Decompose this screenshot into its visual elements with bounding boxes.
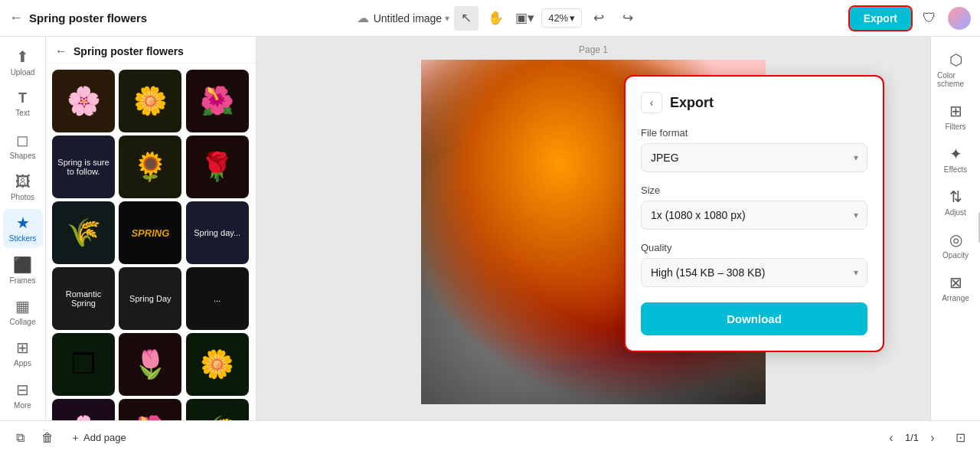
zoom-control[interactable]: 42% ▾	[541, 8, 582, 28]
sticker-cell[interactable]: 🌾	[52, 201, 115, 264]
sticker-cell[interactable]: Spring Day	[119, 267, 181, 330]
size-label: Size	[641, 185, 867, 196]
export-panel-back-button[interactable]: ‹	[641, 92, 662, 113]
flower-sticker: 🌾	[67, 217, 101, 249]
text-sticker: Spring day...	[191, 225, 243, 240]
sidebar-item-label: Shapes	[10, 152, 36, 160]
sidebar-item-more[interactable]: ⊟ More	[3, 376, 43, 414]
stickers-panel: ← Spring poster flowers 🌸🌼🌺Spring is sur…	[46, 37, 256, 420]
sidebar-item-shapes[interactable]: ◻ Shapes	[3, 126, 43, 165]
panel-back-icon[interactable]: ←	[55, 44, 67, 58]
redo-button[interactable]: ↪	[616, 6, 640, 31]
back-button[interactable]: ←	[9, 10, 23, 26]
sidebar-item-label: More	[14, 401, 31, 410]
flower-sticker: 🌹	[200, 151, 234, 183]
right-tool-adjust[interactable]: ⇅ Adjust	[934, 183, 977, 221]
sidebar-item-collage[interactable]: ▦ Collage	[3, 292, 43, 331]
flower-sticker: 🌺	[200, 85, 234, 117]
export-panel-header: ‹ Export	[641, 92, 867, 113]
quality-select[interactable]: High (154 KB – 308 KB) Medium (80 KB – 1…	[641, 258, 867, 287]
sticker-cell[interactable]: 🌺	[119, 399, 181, 420]
frame-tool-button[interactable]: ▣ ▾	[512, 6, 537, 31]
sidebar-item-label: Photos	[11, 193, 34, 201]
right-tool-label: Opacity	[942, 251, 969, 260]
hand-tool-icon: ✋	[488, 10, 504, 26]
doc-title: Untitled image	[374, 12, 443, 24]
fit-page-button[interactable]: ⊡	[949, 427, 971, 449]
file-format-select[interactable]: JPEG PNG PDF SVG	[641, 143, 867, 172]
right-tool-arrange[interactable]: ⊠ Arrange	[934, 269, 977, 307]
export-panel-title: Export	[670, 95, 714, 111]
shield-button[interactable]: 🛡	[917, 6, 942, 31]
sidebar-item-apps[interactable]: ⊞ Apps	[3, 334, 43, 372]
page-prev-button[interactable]: ‹	[880, 427, 902, 449]
adjust-icon: ⇅	[949, 188, 962, 206]
sticker-cell[interactable]: Spring day...	[186, 201, 249, 264]
panel-title: Spring poster flowers	[74, 45, 184, 57]
sidebar-item-photos[interactable]: 🖼 Photos	[3, 168, 43, 206]
download-button[interactable]: Download	[641, 302, 867, 335]
hand-tool-button[interactable]: ✋	[483, 6, 508, 31]
add-page-icon: ＋	[70, 431, 80, 445]
avatar[interactable]	[948, 7, 971, 30]
sticker-cell[interactable]: Romantic Spring	[52, 267, 115, 330]
page-next-button[interactable]: ›	[922, 427, 943, 449]
add-page-label: Add page	[83, 432, 126, 443]
flower-sticker: 🌻	[133, 151, 168, 183]
add-page-button[interactable]: ＋ Add page	[64, 428, 132, 448]
arrange-icon: ⊠	[949, 273, 962, 292]
sticker-cell[interactable]: 🌷	[119, 333, 181, 396]
page-counter: 1/1	[905, 432, 919, 443]
sidebar-item-stickers[interactable]: ★ Stickers	[3, 209, 43, 247]
export-button[interactable]: Export	[850, 7, 911, 30]
sticker-cell[interactable]: 🌻	[119, 136, 181, 198]
right-tool-opacity[interactable]: ◎ Opacity	[934, 226, 977, 264]
doc-title-area[interactable]: Untitled image ▾	[374, 12, 450, 24]
right-tool-effects[interactable]: ✦ Effects	[934, 140, 977, 178]
duplicate-page-button[interactable]: ⧉	[9, 427, 31, 449]
select-tool-button[interactable]: ↖	[454, 6, 479, 31]
sidebar-item-frames[interactable]: ⬛ Frames	[3, 251, 43, 289]
text-sticker: Romantic Spring	[52, 286, 115, 311]
delete-page-button[interactable]: 🗑	[37, 427, 58, 449]
right-tool-label: Effects	[944, 165, 967, 174]
right-tool-filters[interactable]: ⊞ Filters	[934, 97, 977, 136]
sticker-cell[interactable]: 🌹	[186, 136, 249, 198]
file-format-label: File format	[641, 127, 867, 139]
right-tool-color-scheme[interactable]: ⬡ Color scheme	[934, 46, 977, 93]
cloud-icon: ☁	[357, 11, 369, 25]
sidebar-item-label: Upload	[11, 68, 35, 77]
duplicate-icon: ⧉	[16, 431, 24, 445]
apps-icon: ⊞	[16, 338, 29, 357]
sticker-cell[interactable]: ❐	[52, 333, 115, 396]
bottom-bar: ⧉ 🗑 ＋ Add page ‹ 1/1 › ⊡	[0, 420, 980, 454]
main-area: ⬆ Upload T Text ◻ Shapes 🖼 Photos ★ Stic…	[0, 37, 980, 420]
fit-icon: ⊡	[956, 430, 965, 445]
sticker-cell[interactable]: 🌼	[119, 70, 181, 132]
size-select[interactable]: 1x (1080 x 1080 px) 2x (2160 x 2160 px) …	[641, 201, 867, 230]
sidebar-item-text[interactable]: T Text	[3, 84, 43, 122]
select-tool-icon: ↖	[461, 10, 472, 26]
shield-icon: 🛡	[923, 10, 936, 26]
sticker-cell[interactable]: Spring is sure to follow.	[52, 136, 115, 198]
quality-label: Quality	[641, 242, 867, 253]
canvas-area[interactable]: Page 1 ‹ Export File format JPEG PNG PDF…	[256, 37, 930, 420]
frame-tool-icon: ▣	[515, 10, 528, 26]
right-sidebar: ⬡ Color scheme ⊞ Filters ✦ Effects ⇅ Adj…	[930, 37, 980, 420]
top-bar: ← Spring poster flowers ☁ Untitled image…	[0, 0, 980, 37]
sticker-cell[interactable]: 🌸	[52, 70, 115, 132]
sticker-cell[interactable]: 🌼	[186, 333, 249, 396]
panel-grid: 🌸🌼🌺Spring is sure to follow.🌻🌹🌾SPRINGSpr…	[46, 64, 256, 420]
sidebar-item-label: Stickers	[9, 234, 37, 243]
sticker-cell[interactable]: 🌾	[186, 399, 249, 420]
sticker-cell[interactable]: ...	[186, 267, 249, 330]
sidebar-item-label: Collage	[10, 318, 36, 326]
export-panel: ‹ Export File format JPEG PNG PDF SVG ▾ …	[624, 75, 884, 352]
redo-icon: ↪	[622, 10, 633, 26]
sticker-cell[interactable]: SPRING	[119, 201, 181, 264]
sidebar-item-upload[interactable]: ⬆ Upload	[3, 43, 43, 81]
undo-button[interactable]: ↩	[586, 6, 611, 31]
sidebar-item-label: Apps	[14, 359, 31, 367]
sticker-cell[interactable]: 🌺	[186, 70, 249, 132]
sticker-cell[interactable]: 🌸	[52, 399, 115, 420]
